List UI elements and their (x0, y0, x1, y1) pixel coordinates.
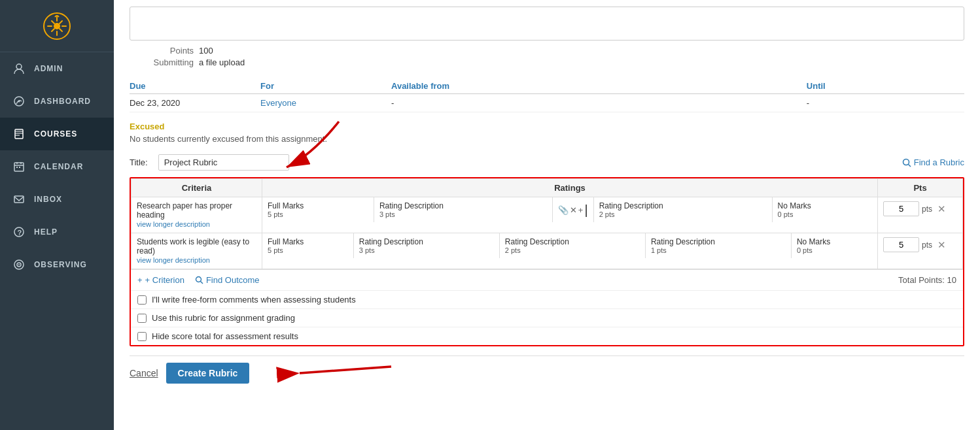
sidebar-item-help[interactable]: ? HELP (0, 216, 114, 248)
until-value: - (807, 94, 964, 112)
rubric-section: Title: Find a Rubric Criteria (130, 154, 964, 390)
svg-line-19 (200, 282, 203, 284)
submitting-label: Submitting (141, 58, 194, 67)
due-date: Dec 23, 2020 (130, 94, 260, 112)
sidebar-item-observing[interactable]: OBSERVING (0, 248, 114, 281)
svg-text:?: ? (18, 229, 22, 237)
for-header: For (260, 77, 391, 94)
ratings-inner-2: Full Marks 5 pts Rating Description 3 pt… (262, 233, 877, 258)
due-header: Due (130, 77, 260, 94)
ratings-cell-1: Full Marks 5 pts Rating Description 3 pt… (262, 197, 878, 233)
sidebar-item-courses-label: COURSES (34, 129, 77, 139)
canvas-logo-icon (43, 12, 71, 41)
points-line: Points 100 (141, 46, 964, 56)
rating-1-4: No Marks 0 pts (772, 197, 877, 222)
sidebar-logo (0, 0, 114, 52)
x-icon: ✕ (570, 205, 577, 215)
rating-2-4: Rating Description 1 pts (645, 233, 791, 258)
hide-score-label: Hide score total for assessment results (152, 331, 298, 341)
rubric-title-row: Title: Find a Rubric (130, 154, 964, 171)
svg-rect-8 (19, 167, 20, 168)
book-icon (12, 127, 26, 141)
svg-line-17 (908, 164, 911, 167)
content-area: Points 100 Submitting a file upload Due … (114, 7, 980, 406)
cancel-button[interactable]: Cancel (130, 368, 158, 378)
create-rubric-button[interactable]: Create Rubric (166, 363, 250, 384)
availability-table: Due For Available from Until Dec 23, 202… (130, 77, 964, 112)
delete-row-2-button[interactable]: ✕ (935, 239, 949, 251)
rating-1-3: Rating Description 2 pts (593, 197, 772, 222)
rating-1-2: Rating Description 3 pts (374, 197, 552, 222)
sidebar-item-courses[interactable]: COURSES (0, 118, 114, 150)
points-label: Points (141, 46, 194, 56)
hide-score-checkbox[interactable] (137, 332, 147, 341)
sidebar-item-help-label: HELP (34, 227, 58, 237)
excused-text: No students currently excused from this … (130, 134, 964, 144)
ratings-header: Ratings (262, 179, 878, 197)
envelope-icon (12, 192, 26, 207)
rubric-row-2: Students work is legible (easy to read) … (131, 233, 963, 269)
ratings-inner-1: Full Marks 5 pts Rating Description 3 pt… (262, 197, 877, 222)
sidebar: ADMIN DASHBOARD COURSES (0, 0, 114, 430)
pts-cell-2: pts ✕ (878, 233, 963, 269)
sidebar-item-admin[interactable]: ADMIN (0, 52, 114, 85)
sidebar-item-calendar[interactable]: CALENDAR (0, 150, 114, 183)
observing-icon (12, 257, 26, 272)
svg-point-16 (903, 159, 909, 165)
sidebar-item-dashboard-label: DASHBOARD (34, 97, 91, 106)
vertical-bar: | (584, 203, 587, 218)
submitting-value: a file upload (199, 58, 245, 67)
table-row: Dec 23, 2020 Everyone - - (130, 94, 964, 112)
pts-input-2[interactable] (883, 237, 919, 252)
rating-2-5: No Marks 0 pts (791, 233, 877, 258)
rating-divider-1: 📎 ✕ + | (552, 197, 593, 222)
rubric-box: Criteria Ratings Pts Research paper has … (130, 177, 964, 346)
free-form-label: I'll write free-form comments when asses… (152, 295, 356, 305)
delete-row-1-button[interactable]: ✕ (935, 203, 949, 215)
use-rubric-checkbox[interactable] (137, 314, 147, 323)
sidebar-item-observing-label: OBSERVING (34, 260, 87, 269)
pts-header: Pts (878, 179, 963, 197)
available-from-value: - (391, 94, 807, 112)
free-form-checkbox[interactable] (137, 295, 147, 305)
use-rubric-label: Use this rubric for assignment grading (152, 313, 295, 323)
add-criterion-label: + Criterion (145, 275, 184, 285)
sidebar-item-dashboard[interactable]: DASHBOARD (0, 85, 114, 118)
assignment-meta: Points 100 Submitting a file upload (141, 46, 964, 69)
plus-criterion-icon: + (137, 275, 143, 285)
calendar-icon (12, 159, 26, 174)
clip-icon: 📎 (558, 205, 569, 215)
find-rubric-button[interactable]: Find a Rubric (902, 157, 964, 167)
points-value: 100 (199, 46, 213, 56)
svg-rect-7 (16, 167, 18, 168)
sidebar-item-inbox[interactable]: INBOX (0, 183, 114, 216)
description-textarea[interactable] (130, 7, 964, 41)
criteria-text-1: Research paper has proper heading (137, 201, 256, 220)
sidebar-item-calendar-label: CALENDAR (34, 162, 83, 171)
available-from-header: Available from (391, 77, 807, 94)
sidebar-navigation: ADMIN DASHBOARD COURSES (0, 52, 114, 430)
gauge-icon (12, 94, 26, 108)
criteria-cell-2: Students work is legible (easy to read) … (131, 233, 262, 269)
add-criterion-button[interactable]: + + Criterion (137, 275, 184, 285)
sidebar-item-admin-label: ADMIN (34, 64, 63, 73)
ratings-cell-2: Full Marks 5 pts Rating Description 3 pt… (262, 233, 878, 269)
total-points: Total Points: 10 (898, 275, 956, 285)
plus-icon: + (578, 205, 584, 215)
total-points-label: Total Points: (898, 275, 945, 285)
find-rubric-label: Find a Rubric (914, 157, 964, 167)
criteria-link-2[interactable]: view longer description (137, 256, 210, 264)
find-outcome-button[interactable]: Find Outcome (195, 275, 260, 285)
criteria-link-1[interactable]: view longer description (137, 220, 210, 228)
rubric-table: Criteria Ratings Pts Research paper has … (131, 178, 963, 269)
pts-input-1[interactable] (883, 201, 919, 216)
svg-point-18 (196, 277, 201, 282)
rubric-title-input[interactable] (158, 154, 289, 171)
rating-2-2: Rating Description 3 pts (353, 233, 499, 258)
svg-point-4 (18, 101, 20, 103)
search-outcome-icon (195, 276, 203, 284)
rating-2-1: Full Marks 5 pts (262, 233, 353, 258)
until-header: Until (807, 77, 964, 94)
hide-score-checkbox-row: Hide score total for assessment results (131, 327, 963, 345)
rating-1-1: Full Marks 5 pts (262, 197, 374, 222)
